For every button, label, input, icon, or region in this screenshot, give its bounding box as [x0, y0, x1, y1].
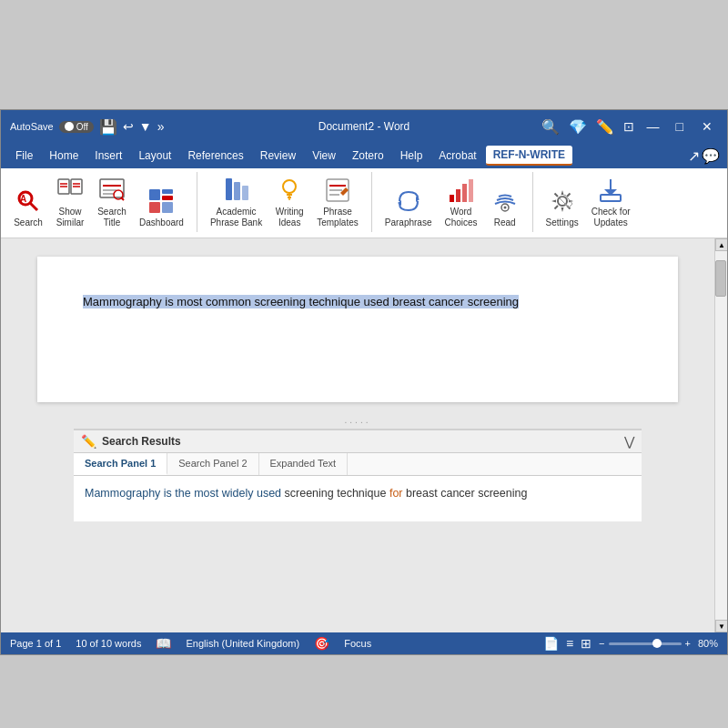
menu-insert[interactable]: Insert: [87, 147, 129, 165]
pen-icon[interactable]: ✏️: [596, 118, 614, 136]
zoom-plus[interactable]: +: [685, 638, 691, 649]
svg-rect-35: [462, 184, 467, 202]
ribbon: A Search Show Similar: [1, 168, 727, 238]
document-title: Document2 - Word: [318, 120, 410, 133]
word-window: AutoSave Off 💾 ↩ ▼ » Document2 - Word 🔍 …: [0, 109, 728, 655]
redo-icon[interactable]: ▼: [139, 119, 152, 134]
phrase-templates-button[interactable]: Phrase Templates: [311, 172, 364, 232]
page-info: Page 1 of 1: [10, 638, 61, 649]
show-similar-button[interactable]: Show Similar: [50, 172, 90, 232]
menu-layout[interactable]: Layout: [131, 147, 178, 165]
settings-button[interactable]: Settings: [541, 183, 584, 232]
menu-ref-n-write[interactable]: REF-N-WRITE: [486, 146, 572, 166]
paraphrase-button[interactable]: Paraphrase: [379, 183, 438, 232]
word-choices-button[interactable]: Word Choices: [439, 172, 482, 232]
dashboard-icon: [147, 187, 176, 216]
writing-ideas-label: Writing Ideas: [276, 207, 304, 228]
title-bar-center: Document2 - Word: [187, 120, 541, 133]
collapse-icon[interactable]: ⋁: [624, 434, 634, 449]
search-button[interactable]: A Search: [8, 183, 48, 232]
ribbon-group-tools: Paraphrase Word Choices: [379, 172, 533, 232]
svg-rect-18: [149, 202, 160, 213]
zoom-slider-thumb[interactable]: [652, 639, 662, 648]
status-bar: Page 1 of 1 10 of 10 words 📖 English (Un…: [1, 632, 727, 654]
fullscreen-icon[interactable]: ⊡: [623, 119, 634, 134]
settings-icon: [548, 187, 577, 216]
search-tabs: Search Panel 1 Search Panel 2 Expanded T…: [74, 453, 642, 476]
settings-label: Settings: [546, 217, 579, 228]
show-similar-label: Show Similar: [56, 207, 85, 228]
layout-icon-3[interactable]: ⊞: [581, 636, 592, 651]
minimize-button[interactable]: —: [643, 119, 663, 134]
title-bar-left: AutoSave Off 💾 ↩ ▼ »: [10, 118, 187, 136]
menu-review[interactable]: Review: [253, 147, 303, 165]
maximize-button[interactable]: □: [672, 119, 687, 134]
close-button[interactable]: ✕: [696, 119, 718, 134]
svg-rect-36: [469, 179, 473, 202]
svg-line-1: [30, 203, 37, 210]
dashboard-button[interactable]: Dashboard: [134, 183, 189, 232]
document-page[interactable]: Mammography is most common screening tec…: [37, 257, 678, 402]
share-icon[interactable]: ↗: [688, 147, 700, 165]
paraphrase-icon: [394, 187, 423, 216]
result-text-2: screening technique: [281, 487, 389, 500]
search-icon[interactable]: 🔍: [541, 118, 560, 136]
layout-icon-1[interactable]: 📄: [543, 636, 559, 651]
read-button[interactable]: Read: [485, 183, 525, 232]
language[interactable]: English (United Kingdom): [186, 638, 299, 649]
vertical-scrollbar[interactable]: ▲ ▼: [714, 238, 727, 632]
academic-phrase-bank-button[interactable]: Academic Phrase Bank: [205, 172, 268, 232]
comment-icon[interactable]: 💬: [702, 147, 720, 165]
autosave-label: AutoSave: [10, 121, 54, 132]
search-button-label: Search: [14, 217, 43, 228]
more-commands-icon[interactable]: »: [157, 119, 165, 134]
svg-rect-16: [162, 189, 173, 194]
undo-icon[interactable]: ↩: [123, 119, 134, 134]
svg-rect-40: [601, 195, 621, 201]
phrase-templates-label: Phrase Templates: [317, 207, 359, 228]
pencil-icon: ✏️: [81, 434, 96, 449]
read-mode-icon[interactable]: 📖: [156, 636, 171, 651]
focus-icon[interactable]: 🎯: [314, 636, 329, 651]
zoom-minus[interactable]: −: [599, 638, 604, 649]
expanded-text-tab[interactable]: Expanded Text: [259, 453, 349, 475]
zoom-level[interactable]: 80%: [698, 638, 718, 649]
menu-acrobat[interactable]: Acrobat: [431, 147, 483, 165]
zoom-slider-track[interactable]: [609, 642, 682, 645]
document-text: Mammography is most common screening tec…: [83, 293, 632, 312]
autosave-toggle[interactable]: Off: [59, 121, 94, 133]
menu-view[interactable]: View: [305, 147, 343, 165]
menu-home[interactable]: Home: [42, 147, 86, 165]
search-ribbon-icon: A: [14, 187, 43, 216]
status-right: 📄 ≡ ⊞ − + 80%: [543, 636, 718, 651]
check-updates-button[interactable]: Check for Updates: [586, 172, 636, 232]
zoom-control[interactable]: − +: [599, 638, 691, 649]
svg-rect-22: [242, 186, 248, 200]
result-text-4: breast cancer screening: [403, 487, 528, 500]
menu-file[interactable]: File: [8, 147, 40, 165]
writing-ideas-button[interactable]: Writing Ideas: [269, 172, 309, 232]
save-icon[interactable]: 💾: [99, 118, 117, 136]
menu-help[interactable]: Help: [393, 147, 430, 165]
word-choices-label: Word Choices: [444, 207, 477, 228]
autosave-off-label: Off: [76, 122, 88, 132]
search-panel-1-tab[interactable]: Search Panel 1: [74, 453, 167, 475]
svg-point-23: [283, 180, 296, 193]
scroll-track[interactable]: [715, 251, 727, 620]
search-results-panel: ✏️ Search Results ⋁ Search Panel 1 Searc…: [74, 429, 642, 521]
layout-icon-2[interactable]: ≡: [566, 636, 573, 651]
search-results-label: Search Results: [102, 435, 181, 448]
toggle-circle: [65, 122, 74, 131]
search-title-button[interactable]: Search Title: [92, 172, 132, 232]
menu-references[interactable]: References: [180, 147, 250, 165]
scroll-down-button[interactable]: ▼: [715, 620, 727, 632]
search-result-content: Mammography is the most widely used scre…: [74, 476, 642, 521]
menu-zotero[interactable]: Zotero: [345, 147, 391, 165]
gem-icon[interactable]: 💎: [569, 118, 587, 136]
scroll-up-button[interactable]: ▲: [715, 238, 727, 251]
document-area: Mammography is most common screening tec…: [1, 238, 714, 632]
search-results-title: ✏️ Search Results: [81, 434, 181, 449]
focus-label[interactable]: Focus: [344, 638, 371, 649]
search-panel-2-tab[interactable]: Search Panel 2: [167, 453, 258, 475]
scroll-thumb[interactable]: [715, 260, 726, 297]
